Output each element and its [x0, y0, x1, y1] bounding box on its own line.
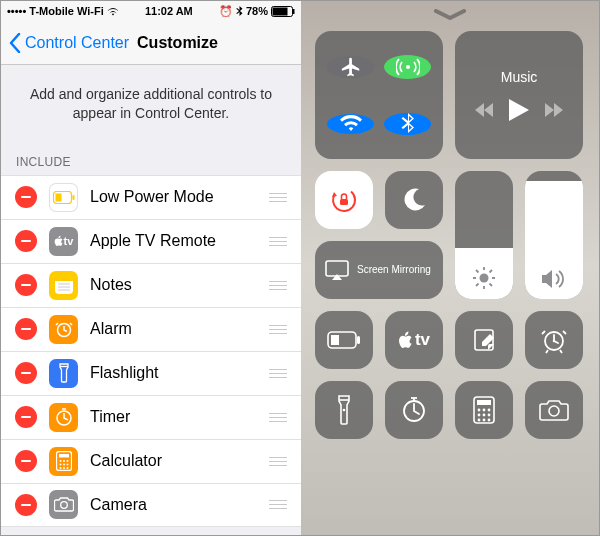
- control-row: Flashlight: [1, 351, 301, 395]
- bluetooth-icon: [401, 113, 415, 135]
- reorder-handle[interactable]: [267, 186, 289, 208]
- do-not-disturb-button[interactable]: [385, 171, 443, 229]
- camera-icon: [539, 399, 569, 421]
- include-header: INCLUDE: [1, 149, 301, 175]
- next-icon[interactable]: [545, 103, 563, 117]
- timer-button[interactable]: [385, 381, 443, 439]
- control-label: Low Power Mode: [90, 188, 267, 206]
- control-row: Timer: [1, 395, 301, 439]
- camera-icon: [49, 490, 78, 519]
- chevron-down-icon[interactable]: [432, 9, 468, 21]
- svg-rect-6: [55, 193, 61, 201]
- flashlight-button[interactable]: [315, 381, 373, 439]
- svg-point-68: [478, 414, 481, 417]
- control-row: tvApple TV Remote: [1, 219, 301, 263]
- low-power-icon: [327, 331, 361, 349]
- svg-line-48: [476, 270, 479, 273]
- music-tile[interactable]: Music: [455, 31, 583, 159]
- include-list: Low Power ModetvApple TV RemoteNotesAlar…: [1, 175, 301, 527]
- svg-rect-1: [272, 7, 287, 15]
- connectivity-tile[interactable]: [315, 31, 443, 159]
- svg-point-26: [66, 460, 68, 462]
- moon-icon: [401, 187, 427, 213]
- reorder-handle[interactable]: [267, 362, 289, 384]
- back-button[interactable]: Control Center: [9, 33, 129, 53]
- tv-remote-button[interactable]: tv: [385, 311, 443, 369]
- remove-button[interactable]: [15, 494, 37, 516]
- svg-rect-10: [55, 276, 73, 281]
- remove-button[interactable]: [15, 230, 37, 252]
- remove-button[interactable]: [15, 362, 37, 384]
- svg-point-67: [488, 409, 491, 412]
- clock: 11:02 AM: [145, 5, 193, 17]
- brightness-slider[interactable]: [455, 171, 513, 299]
- calculator-icon: [473, 396, 495, 424]
- remove-button[interactable]: [15, 406, 37, 428]
- reorder-handle[interactable]: [267, 450, 289, 472]
- camera-button[interactable]: [525, 381, 583, 439]
- notes-button[interactable]: [455, 311, 513, 369]
- play-icon[interactable]: [509, 99, 529, 121]
- remove-button[interactable]: [15, 450, 37, 472]
- tv-remote-icon: tv: [49, 227, 78, 256]
- notes-icon: [472, 328, 496, 352]
- svg-point-70: [488, 414, 491, 417]
- svg-point-34: [60, 502, 67, 509]
- control-label: Camera: [90, 496, 267, 514]
- svg-rect-42: [326, 261, 348, 276]
- cellular-toggle[interactable]: [384, 55, 431, 79]
- reorder-handle[interactable]: [267, 274, 289, 296]
- control-label: Calculator: [90, 452, 267, 470]
- svg-point-25: [63, 460, 65, 462]
- calculator-icon: [49, 447, 78, 476]
- svg-line-49: [490, 284, 493, 287]
- svg-point-39: [406, 65, 410, 69]
- volume-icon: [542, 269, 566, 289]
- wifi-toggle[interactable]: [327, 114, 374, 134]
- svg-rect-53: [357, 336, 360, 344]
- control-label: Flashlight: [90, 364, 267, 382]
- flashlight-icon: [49, 359, 78, 388]
- alarm-button[interactable]: [525, 311, 583, 369]
- svg-point-31: [63, 467, 65, 469]
- timer-icon: [400, 396, 428, 424]
- low-power-button[interactable]: [315, 311, 373, 369]
- back-label: Control Center: [25, 34, 129, 52]
- wifi-icon: [107, 7, 119, 16]
- volume-slider[interactable]: [525, 171, 583, 299]
- svg-rect-5: [72, 195, 74, 200]
- reorder-handle[interactable]: [267, 406, 289, 428]
- page-title: Customize: [137, 34, 218, 52]
- remove-button[interactable]: [15, 318, 37, 340]
- reorder-handle[interactable]: [267, 494, 289, 516]
- reorder-handle[interactable]: [267, 230, 289, 252]
- orientation-lock-button[interactable]: [315, 171, 373, 229]
- svg-point-32: [66, 467, 68, 469]
- description: Add and organize additional controls to …: [1, 65, 301, 149]
- calculator-button[interactable]: [455, 381, 513, 439]
- svg-point-30: [59, 467, 61, 469]
- airplane-toggle[interactable]: [327, 56, 374, 78]
- screen-mirroring-button[interactable]: Screen Mirroring: [315, 241, 443, 299]
- music-label: Music: [501, 69, 538, 85]
- flashlight-icon: [337, 395, 351, 425]
- airplane-icon: [340, 56, 362, 78]
- svg-point-24: [59, 460, 61, 462]
- settings-screen: ••••• T-Mobile Wi-Fi 11:02 AM ⏰ 78% Cont…: [1, 1, 301, 535]
- svg-point-69: [483, 414, 486, 417]
- prev-icon[interactable]: [475, 103, 493, 117]
- control-label: Apple TV Remote: [90, 232, 267, 250]
- control-label: Timer: [90, 408, 267, 426]
- svg-point-28: [63, 464, 65, 466]
- bluetooth-icon: [236, 6, 243, 17]
- remove-button[interactable]: [15, 186, 37, 208]
- svg-point-59: [343, 409, 346, 412]
- svg-rect-23: [59, 454, 69, 458]
- orientation-lock-icon: [329, 185, 359, 215]
- bluetooth-toggle[interactable]: [384, 113, 431, 135]
- svg-rect-2: [293, 9, 295, 14]
- svg-rect-64: [477, 400, 491, 405]
- svg-point-65: [478, 409, 481, 412]
- reorder-handle[interactable]: [267, 318, 289, 340]
- remove-button[interactable]: [15, 274, 37, 296]
